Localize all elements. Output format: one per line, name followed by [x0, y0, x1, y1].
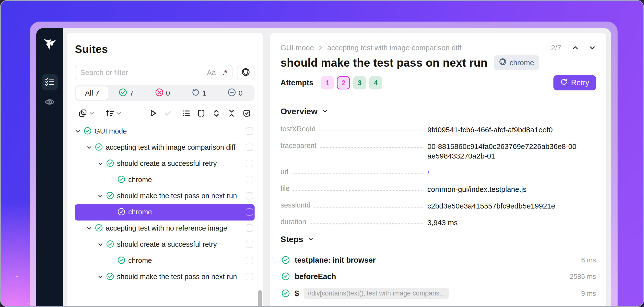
attempts-bar: Attempts 1 2 3 4 Retry [280, 75, 596, 97]
attempts-label: Attempts [280, 78, 313, 87]
field-row: testXReqId 9fd09541-fcb6-466f-afcf-af9bd… [280, 125, 596, 135]
step-row[interactable]: click 30 ms [282, 305, 596, 307]
browser-filter-button[interactable] [237, 65, 254, 80]
chevron-down-icon [322, 107, 328, 116]
steps-section-header[interactable]: Steps [280, 234, 596, 244]
sort-button[interactable] [105, 109, 122, 119]
globe-icon [499, 58, 507, 67]
breadcrumb-test[interactable]: accepting test with image comparison dif… [327, 44, 462, 52]
group-by-button[interactable] [78, 109, 94, 119]
search-field: Aa .* [75, 65, 232, 80]
tree-item[interactable]: GUI mode [75, 124, 254, 140]
filter-skipped[interactable]: 0 [217, 88, 253, 98]
tree-checkbox[interactable] [246, 160, 253, 167]
tree-checkbox[interactable] [246, 176, 253, 183]
test-detail-panel: GUI mode accepting test with image compa… [270, 33, 606, 307]
scrollbar-thumb[interactable] [258, 290, 262, 307]
sparkle-star [27, 302, 29, 305]
field-value-link[interactable]: / [428, 168, 577, 177]
passed-icon [84, 127, 92, 136]
tree-toolbar [75, 106, 254, 124]
sidebar-item-suites[interactable] [42, 74, 58, 90]
tree-checkbox[interactable] [246, 273, 253, 280]
focus-selection-button[interactable] [197, 109, 206, 119]
tree-item[interactable]: accepting test with no reference image [75, 220, 254, 237]
overview-fields: testXReqId 9fd09541-fcb6-466f-afcf-af9bd… [280, 125, 596, 227]
tree-item[interactable]: should make the test pass on next run [75, 269, 254, 285]
overview-section-header[interactable]: Overview [280, 107, 596, 116]
chevron-down-icon[interactable] [589, 44, 596, 52]
select-all-button[interactable] [242, 109, 251, 119]
leader-dots [292, 173, 424, 174]
tree-item[interactable]: accepting test with image comparison dif… [75, 140, 254, 156]
collapse-all-button[interactable] [227, 109, 236, 119]
tree-checkbox[interactable] [246, 224, 253, 232]
fold-icon [227, 109, 236, 119]
attempt-4[interactable]: 4 [369, 76, 382, 89]
tree-checkbox[interactable] [246, 144, 253, 151]
step-row[interactable]: beforeEach 2586 ms [282, 272, 596, 281]
chevron-down-icon[interactable] [98, 273, 105, 281]
step-row[interactable]: testplane: init browser 6 ms [282, 255, 596, 265]
passed-icon [106, 240, 114, 250]
unfold-icon [212, 109, 221, 119]
regex-toggle[interactable]: .* [222, 68, 227, 77]
tree-item-label: accepting test with no reference image [106, 224, 246, 233]
tree-checkbox[interactable] [246, 241, 253, 248]
field-row: file common-gui/index.testplane.js [280, 184, 596, 194]
chevron-down-icon[interactable] [98, 193, 105, 201]
match-case-toggle[interactable]: Aa [207, 68, 216, 77]
tree-item[interactable]: should create a successful retry [75, 237, 254, 253]
tree-item[interactable]: should make the test pass on next run [75, 188, 254, 204]
passed-icon [282, 289, 290, 298]
breadcrumb-suite[interactable]: GUI mode [280, 44, 314, 52]
retry-button[interactable]: Retry [554, 75, 596, 90]
chevron-down-icon[interactable] [98, 160, 105, 168]
sort-icon [105, 109, 114, 119]
filter-all[interactable]: All 7 [76, 87, 108, 100]
chevron-spacer [109, 257, 116, 265]
suites-tree: GUI mode accepting test with image compa… [75, 124, 254, 285]
chevron-down-icon[interactable] [98, 241, 105, 249]
chevron-up-icon[interactable] [572, 44, 579, 52]
tree-item[interactable]: chrome [75, 253, 254, 269]
tree-checkbox[interactable] [246, 127, 253, 135]
search-input[interactable] [80, 68, 207, 77]
field-value: 9fd09541-fcb6-466f-afcf-af9bd8a1eef0 [428, 125, 577, 135]
chevron-down-icon[interactable] [86, 225, 94, 233]
tree-item-label: should make the test pass on next run [117, 191, 246, 200]
step-name: click [295, 306, 312, 307]
field-row: sessionId c2bd3e50e3a415557bfc9edb5e1992… [280, 201, 596, 211]
attempt-2-selected[interactable]: 2 [337, 76, 350, 89]
run-button[interactable] [148, 109, 157, 119]
chevron-down-icon[interactable] [86, 144, 94, 152]
passed-icon [282, 272, 290, 281]
tree-item[interactable]: should create a successful retry [75, 156, 254, 172]
tree-checkbox[interactable] [246, 208, 253, 216]
tree-item-label: should create a successful retry [117, 240, 246, 249]
tree-item-label: chrome [128, 256, 246, 265]
overview-heading: Overview [280, 107, 318, 116]
chevron-down-icon[interactable] [75, 128, 82, 136]
field-label: file [280, 184, 290, 193]
filter-failed[interactable]: 0 [144, 88, 181, 98]
attempt-3[interactable]: 3 [353, 76, 366, 89]
status-filter-bar: All 7 7 0 [75, 85, 254, 101]
sidebar-item-visual-checks[interactable] [42, 94, 58, 111]
chevron-down-icon [116, 111, 122, 117]
passed-icon [106, 192, 114, 201]
tree-item-selected[interactable]: chrome [75, 204, 254, 220]
filter-passed[interactable]: 7 [108, 88, 144, 98]
tree-checkbox[interactable] [246, 257, 253, 264]
passed-icon [118, 175, 126, 185]
filter-retried[interactable]: 1 [181, 88, 217, 98]
tree-item[interactable]: chrome [75, 172, 254, 188]
accept-button[interactable] [164, 109, 172, 119]
list-view-button[interactable] [182, 109, 190, 119]
expand-all-button[interactable] [212, 109, 221, 119]
step-row[interactable]: $ //div[contains(text(),'test with image… [282, 288, 596, 299]
attempt-1[interactable]: 1 [321, 76, 334, 89]
tree-checkbox[interactable] [246, 192, 253, 199]
leader-dots [320, 147, 424, 148]
check-circle-icon [119, 88, 127, 98]
